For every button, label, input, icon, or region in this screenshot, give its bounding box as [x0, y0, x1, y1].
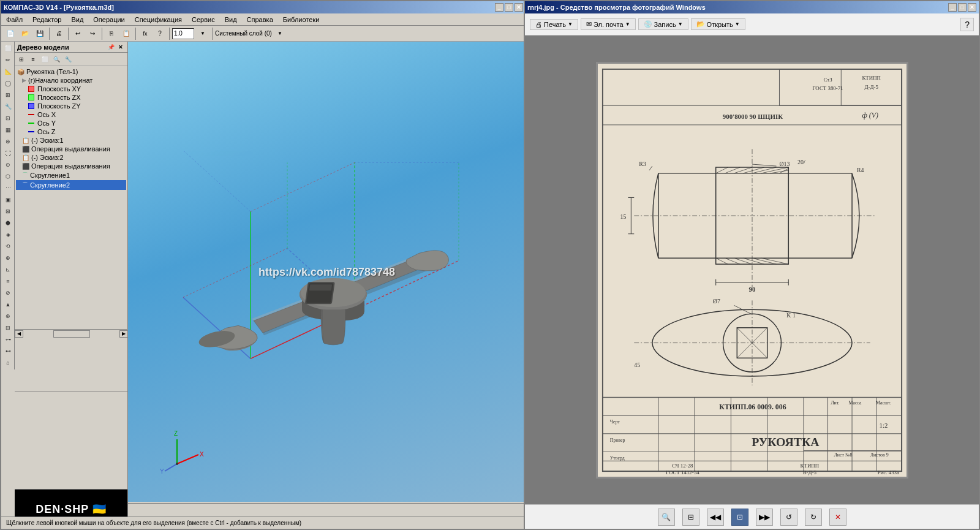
lv-btn-8[interactable]: ▦: [2, 124, 13, 135]
redo-button[interactable]: ↪: [86, 27, 99, 40]
undo-button[interactable]: ↩: [71, 27, 85, 40]
paste-button[interactable]: 📋: [119, 27, 133, 40]
tree-tb-3[interactable]: ⬜: [39, 54, 50, 65]
lv-btn-26[interactable]: ⊶: [2, 334, 13, 345]
menu-libraries[interactable]: Библиотеки: [281, 16, 322, 23]
scroll-thumb[interactable]: [53, 330, 90, 338]
lv-btn-16[interactable]: ⬢: [2, 218, 13, 229]
close-button[interactable]: ✕: [514, 3, 523, 12]
lv-btn-20[interactable]: ⊾: [2, 264, 13, 275]
menu-file[interactable]: Файл: [4, 16, 25, 23]
lv-btn-4[interactable]: ◯: [2, 78, 13, 89]
lv-btn-14[interactable]: ▣: [2, 194, 13, 205]
tree-item-axis-z[interactable]: Ось Z: [16, 127, 126, 136]
tree-scrollbar[interactable]: ◀ ▶: [15, 329, 128, 338]
tree-item-fillet2[interactable]: ⌒ Скругление2: [16, 180, 126, 190]
lv-btn-2[interactable]: ✏: [2, 55, 13, 66]
lv-btn-21[interactable]: ≡: [2, 276, 13, 287]
lv-btn-11[interactable]: ⊙: [2, 159, 13, 170]
save-button[interactable]: 💾: [33, 27, 47, 40]
tree-tb-5[interactable]: 🔧: [62, 54, 74, 65]
slideshow-btn[interactable]: ⊟: [682, 509, 699, 526]
tree-item-plane-xy[interactable]: Плоскость XY: [16, 85, 126, 93]
zoom-input[interactable]: [172, 28, 194, 39]
search-nav-btn[interactable]: 🔍: [658, 509, 675, 526]
lv-btn-28[interactable]: ⌂: [2, 357, 13, 368]
tb-sep-1: [49, 28, 50, 40]
fullscreen-btn[interactable]: ⊡: [731, 509, 748, 526]
lv-btn-24[interactable]: ⊛: [2, 311, 13, 322]
lv-btn-18[interactable]: ⟲: [2, 241, 13, 252]
delete-photo-btn[interactable]: ✕: [829, 509, 846, 526]
zoom-dropdown[interactable]: ▼: [196, 27, 209, 40]
tree-tb-2[interactable]: ≡: [28, 54, 39, 65]
tree-item-root[interactable]: 📦 Рукоятка (Тел-1): [16, 67, 126, 76]
lv-btn-10[interactable]: ⛶: [2, 148, 13, 159]
tree-item-plane-zy[interactable]: Плоскость ZY: [16, 102, 126, 110]
tree-item-plane-zx[interactable]: Плоскость ZX: [16, 93, 126, 102]
tree-item-sketch1[interactable]: 📋 (-) Эскиз:1: [16, 136, 126, 145]
menu-service[interactable]: Сервис: [189, 16, 217, 23]
lv-btn-7[interactable]: ⊡: [2, 113, 13, 124]
record-photo-btn[interactable]: 💿 Запись ▼: [638, 18, 688, 30]
open-button[interactable]: 📂: [18, 27, 32, 40]
new-button[interactable]: 📄: [4, 27, 17, 40]
viewport-3d[interactable]: https://vk.com/id78783748 X Z Y: [128, 42, 526, 502]
lv-btn-13[interactable]: ⋯: [2, 183, 13, 194]
tb-sep-4: [135, 28, 136, 40]
lv-btn-9[interactable]: ⊗: [2, 136, 13, 147]
email-photo-btn[interactable]: ✉ Эл. почта ▼: [581, 18, 636, 30]
prev-photo-btn[interactable]: ◀◀: [707, 509, 724, 526]
print-photo-btn[interactable]: 🖨 Печать ▼: [530, 19, 578, 30]
lv-btn-6[interactable]: 🔧: [2, 101, 13, 112]
lv-btn-3[interactable]: 📐: [2, 66, 13, 77]
rotate-ccw-btn[interactable]: ↺: [780, 509, 797, 526]
lv-btn-19[interactable]: ⊕: [2, 252, 13, 263]
tree-item-extrude2[interactable]: ⬛ Операция выдавливания: [16, 162, 126, 170]
help-photo-btn[interactable]: ?: [960, 18, 974, 31]
help-button[interactable]: ?: [153, 27, 167, 40]
tree-item-axis-x[interactable]: Ось X: [16, 110, 126, 119]
photo-maximize-btn[interactable]: □: [958, 3, 967, 12]
rotate-cw-btn[interactable]: ↻: [805, 509, 822, 526]
svg-text:ф (V): ф (V): [862, 110, 878, 119]
tree-header: Дерево модели 📌 ✕: [15, 42, 127, 53]
menu-view[interactable]: Вид: [69, 16, 86, 23]
fx-button[interactable]: fx: [138, 27, 152, 40]
tree-tb-4[interactable]: 🔍: [51, 54, 62, 65]
tree-item-axis-y[interactable]: Ось Y: [16, 119, 126, 127]
tree-close-btn[interactable]: ✕: [116, 43, 125, 51]
photo-minimize-btn[interactable]: _: [948, 3, 957, 12]
lv-btn-27[interactable]: ⊷: [2, 346, 13, 357]
svg-text:45: 45: [634, 362, 640, 368]
tree-item-coords[interactable]: ▶ (г)Начало координат: [16, 76, 126, 85]
tree-tb-1[interactable]: ⊞: [16, 54, 27, 65]
lv-btn-22[interactable]: ⊘: [2, 287, 13, 298]
tree-item-sketch2[interactable]: 📋 (-) Эскиз:2: [16, 153, 126, 162]
lv-btn-17[interactable]: ◈: [2, 229, 13, 240]
maximize-button[interactable]: □: [505, 3, 513, 12]
tree-item-fillet1[interactable]: ⌒ Скругление1: [16, 170, 126, 180]
lv-btn-15[interactable]: ⊠: [2, 206, 13, 217]
photo-close-btn[interactable]: ✕: [968, 3, 976, 12]
lv-btn-25[interactable]: ⊟: [2, 322, 13, 333]
minimize-button[interactable]: _: [495, 3, 503, 12]
lv-btn-12[interactable]: ⬡: [2, 171, 13, 182]
next-photo-btn[interactable]: ▶▶: [756, 509, 773, 526]
tree-pin-btn[interactable]: 📌: [107, 43, 115, 51]
copy-button[interactable]: ⎘: [105, 27, 118, 40]
menu-help[interactable]: Справка: [244, 16, 276, 23]
lv-btn-1[interactable]: ⬜: [2, 43, 13, 54]
lv-btn-5[interactable]: ⊞: [2, 89, 13, 100]
tree-item-extrude1[interactable]: ⬛ Операция выдавливания: [16, 145, 126, 153]
menu-edit[interactable]: Редактор: [30, 16, 64, 23]
scroll-right-btn[interactable]: ▶: [119, 330, 128, 338]
layer-dropdown[interactable]: ▼: [273, 27, 287, 40]
menu-view2[interactable]: Вид: [222, 16, 239, 23]
lv-btn-23[interactable]: ▲: [2, 299, 13, 310]
menu-spec[interactable]: Спецификация: [132, 16, 184, 23]
scroll-left-btn[interactable]: ◀: [15, 330, 23, 338]
open-photo-btn[interactable]: 📂 Открыть ▼: [691, 18, 745, 30]
menu-operations[interactable]: Операции: [91, 16, 127, 23]
print-button[interactable]: 🖨: [52, 27, 66, 40]
